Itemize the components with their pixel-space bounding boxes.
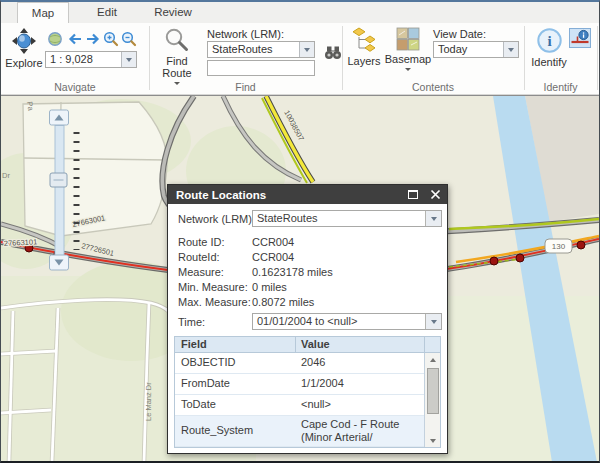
scrollbar-thumb[interactable] [427, 368, 439, 414]
table-row[interactable]: Route_System Cape Cod - F Route (Minor A… [175, 416, 425, 447]
previous-extent-icon[interactable] [67, 31, 83, 47]
tab-review[interactable]: Review [147, 2, 199, 23]
find-route-button[interactable]: Find Route [155, 27, 199, 85]
next-extent-icon[interactable] [85, 31, 101, 47]
group-label-contents: Contents [342, 81, 524, 93]
field-value: 0.8072 miles [252, 296, 314, 308]
identify-route-locations-tool[interactable] [569, 28, 591, 48]
map-canvas[interactable]: 130 27663001 27663101 27726501 10038507 … [1, 95, 599, 461]
view-date-label: View Date: [433, 28, 486, 40]
table-header: Field Value [175, 337, 440, 353]
field-label: Route ID: [178, 236, 224, 248]
chevron-down-icon[interactable] [425, 314, 441, 329]
full-extent-globe-icon[interactable] [47, 31, 63, 47]
dialog-network-dropdown[interactable]: StateRoutes [252, 210, 442, 227]
identify-button[interactable]: i Identify [529, 27, 569, 68]
route-locations-dialog: Route Locations Network (LRM): StateRout… [167, 184, 448, 454]
explore-icon [11, 27, 37, 57]
road-label: 27663101 [4, 237, 38, 248]
group-separator [597, 26, 598, 90]
attribute-table: Field Value OBJECTID 2046 FromDate 1/1/2… [174, 336, 441, 448]
group-label-identify: Identify [524, 81, 597, 93]
layers-icon [352, 27, 376, 55]
street-label: Le Manz Dr [144, 382, 153, 421]
view-date-dropdown[interactable]: Today [433, 41, 519, 58]
field-label: Max. Measure: [178, 296, 251, 308]
field-label: Measure: [178, 266, 224, 278]
find-route-input[interactable] [207, 60, 315, 76]
maximize-icon[interactable] [408, 190, 418, 199]
zoom-out-icon[interactable] [121, 31, 137, 47]
scroll-down-icon[interactable] [426, 434, 439, 447]
find-route-magnifier-icon [164, 27, 190, 55]
zoom-slider-track[interactable] [55, 126, 64, 256]
field-value: 0 miles [252, 281, 287, 293]
close-icon[interactable] [430, 189, 441, 200]
dialog-time-dropdown[interactable]: 01/01/2004 to <null> [252, 313, 442, 330]
chevron-down-icon[interactable] [503, 42, 518, 57]
network-lrm-dropdown[interactable]: StateRoutes [207, 41, 315, 58]
route-shield: 130 [545, 239, 572, 253]
scroll-up-icon[interactable] [426, 353, 439, 366]
field-label: Network (LRM): [178, 213, 255, 225]
basemap-icon [396, 27, 420, 53]
group-label-navigate: Navigate [1, 81, 149, 93]
chevron-down-icon[interactable] [299, 42, 314, 57]
route-info-icon [570, 29, 590, 47]
field-value: CCR004 [252, 236, 294, 248]
tab-edit[interactable]: Edit [85, 2, 129, 23]
zoom-in-icon[interactable] [103, 31, 119, 47]
field-label: RouteId: [178, 251, 220, 263]
column-header-value: Value [301, 338, 330, 350]
explore-button[interactable]: Explore [3, 27, 45, 69]
group-label-find: Find [149, 81, 342, 93]
field-value: CCR004 [252, 251, 294, 263]
identify-icon: i [536, 27, 563, 56]
dialog-title: Route Locations [176, 189, 266, 201]
field-label: Min. Measure: [178, 281, 248, 293]
ribbon-tabstrip: Map Edit Review [1, 2, 599, 23]
dialog-titlebar[interactable]: Route Locations [168, 185, 447, 204]
binoculars-icon[interactable] [323, 44, 343, 60]
map-scale-combo[interactable]: 1 : 9,028 [45, 51, 137, 68]
field-value: 0.1623178 miles [252, 266, 333, 278]
svg-text:i: i [547, 33, 551, 49]
table-row[interactable]: FromDate 1/1/2004 [175, 374, 425, 395]
table-row[interactable]: ToDate <null> [175, 395, 425, 416]
chevron-down-icon [405, 68, 411, 71]
column-header-field: Field [181, 338, 207, 350]
table-row[interactable]: OBJECTID 2046 [175, 353, 425, 374]
ribbon: Explore 1 : 9,028 Navigate Find Route [1, 23, 599, 95]
basemap-button[interactable]: Basemap [385, 27, 431, 71]
chevron-down-icon[interactable] [121, 52, 136, 67]
street-label: Dr [2, 171, 10, 180]
table-scrollbar[interactable] [424, 353, 440, 447]
dialog-body: Network (LRM): StateRoutes Route ID: CCR… [168, 204, 447, 453]
chevron-down-icon[interactable] [425, 211, 441, 226]
layers-button[interactable]: Layers [345, 27, 383, 67]
svg-text:130: 130 [552, 242, 566, 251]
network-lrm-label: Network (LRM): [207, 28, 284, 40]
field-label: Time: [178, 316, 205, 328]
tab-map[interactable]: Map [17, 2, 69, 23]
app-window: Map Edit Review Explore [0, 0, 600, 463]
